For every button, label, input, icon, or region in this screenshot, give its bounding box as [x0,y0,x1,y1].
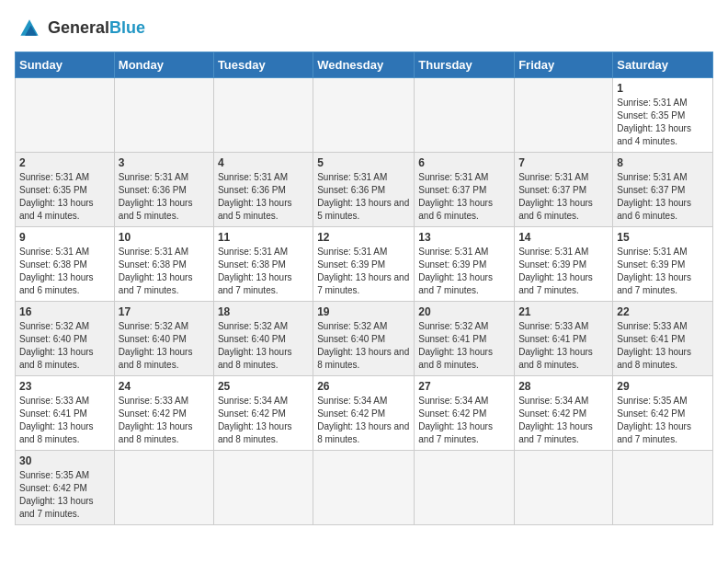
day-info: Sunrise: 5:31 AM Sunset: 6:36 PM Dayligh… [119,171,210,223]
day-number: 11 [218,231,309,244]
day-number: 2 [19,156,110,169]
day-cell: 26Sunrise: 5:34 AM Sunset: 6:42 PM Dayli… [313,376,415,451]
day-info: Sunrise: 5:31 AM Sunset: 6:38 PM Dayligh… [19,246,110,297]
day-cell: 2Sunrise: 5:31 AM Sunset: 6:35 PM Daylig… [16,153,115,227]
day-info: Sunrise: 5:31 AM Sunset: 6:36 PM Dayligh… [218,171,309,223]
calendar: SundayMondayTuesdayWednesdayThursdayFrid… [15,52,713,525]
day-cell: 28Sunrise: 5:34 AM Sunset: 6:42 PM Dayli… [515,376,613,451]
day-number: 27 [418,380,510,393]
day-cell [613,451,713,525]
weekday-header-sunday: Sunday [16,52,115,78]
day-cell [213,78,313,153]
day-cell: 7Sunrise: 5:31 AM Sunset: 6:37 PM Daylig… [515,153,613,227]
day-info: Sunrise: 5:32 AM Sunset: 6:40 PM Dayligh… [218,320,309,372]
day-info: Sunrise: 5:31 AM Sunset: 6:39 PM Dayligh… [518,246,609,297]
day-number: 13 [418,231,510,244]
day-info: Sunrise: 5:34 AM Sunset: 6:42 PM Dayligh… [418,395,510,446]
day-cell: 1Sunrise: 5:31 AM Sunset: 6:35 PM Daylig… [613,78,713,153]
day-cell [114,451,213,525]
day-number: 10 [119,231,210,244]
day-cell [515,78,613,153]
day-number: 16 [19,305,110,318]
day-info: Sunrise: 5:35 AM Sunset: 6:42 PM Dayligh… [617,395,709,446]
day-number: 28 [518,380,609,393]
day-number: 17 [119,305,210,318]
day-number: 1 [617,82,709,95]
weekday-header-tuesday: Tuesday [213,52,313,78]
day-number: 4 [218,156,309,169]
week-row-1: 1Sunrise: 5:31 AM Sunset: 6:35 PM Daylig… [16,78,713,153]
day-number: 14 [518,231,609,244]
logo: GeneralBlue [15,15,145,40]
day-cell: 30Sunrise: 5:35 AM Sunset: 6:42 PM Dayli… [16,451,115,525]
day-number: 21 [518,305,609,318]
logo-blue: Blue [109,18,145,37]
day-info: Sunrise: 5:31 AM Sunset: 6:35 PM Dayligh… [19,171,110,223]
week-row-6: 30Sunrise: 5:35 AM Sunset: 6:42 PM Dayli… [16,451,713,525]
logo-text: GeneralBlue [48,18,145,38]
day-number: 9 [19,231,110,244]
weekday-header-wednesday: Wednesday [313,52,415,78]
day-cell [313,451,415,525]
day-cell [213,451,313,525]
day-info: Sunrise: 5:32 AM Sunset: 6:40 PM Dayligh… [317,320,410,372]
day-cell [313,78,415,153]
day-number: 24 [119,380,210,393]
day-cell: 9Sunrise: 5:31 AM Sunset: 6:38 PM Daylig… [16,227,115,302]
day-cell: 18Sunrise: 5:32 AM Sunset: 6:40 PM Dayli… [213,302,313,376]
day-cell: 22Sunrise: 5:33 AM Sunset: 6:41 PM Dayli… [613,302,713,376]
weekday-header-monday: Monday [114,52,213,78]
weekday-header-thursday: Thursday [415,52,515,78]
day-info: Sunrise: 5:31 AM Sunset: 6:36 PM Dayligh… [317,171,410,223]
day-cell: 11Sunrise: 5:31 AM Sunset: 6:38 PM Dayli… [213,227,313,302]
day-info: Sunrise: 5:31 AM Sunset: 6:39 PM Dayligh… [617,246,709,297]
day-number: 30 [19,454,110,467]
day-number: 18 [218,305,309,318]
day-number: 7 [518,156,609,169]
day-cell: 13Sunrise: 5:31 AM Sunset: 6:39 PM Dayli… [415,227,515,302]
day-number: 6 [418,156,510,169]
day-info: Sunrise: 5:31 AM Sunset: 6:35 PM Dayligh… [617,97,709,148]
day-cell: 15Sunrise: 5:31 AM Sunset: 6:39 PM Dayli… [613,227,713,302]
day-number: 15 [617,231,709,244]
day-cell: 10Sunrise: 5:31 AM Sunset: 6:38 PM Dayli… [114,227,213,302]
day-cell [415,451,515,525]
day-number: 19 [317,305,410,318]
logo-icon [15,15,44,40]
day-info: Sunrise: 5:32 AM Sunset: 6:41 PM Dayligh… [418,320,510,372]
day-number: 3 [119,156,210,169]
weekday-header-friday: Friday [515,52,613,78]
day-info: Sunrise: 5:34 AM Sunset: 6:42 PM Dayligh… [317,395,410,446]
day-cell [415,78,515,153]
weekday-header-row: SundayMondayTuesdayWednesdayThursdayFrid… [16,52,713,78]
day-cell: 16Sunrise: 5:32 AM Sunset: 6:40 PM Dayli… [16,302,115,376]
logo-general: GeneralBlue [48,18,145,37]
day-number: 29 [617,380,709,393]
week-row-3: 9Sunrise: 5:31 AM Sunset: 6:38 PM Daylig… [16,227,713,302]
day-cell [515,451,613,525]
day-number: 8 [617,156,709,169]
day-info: Sunrise: 5:31 AM Sunset: 6:39 PM Dayligh… [418,246,510,297]
day-cell: 25Sunrise: 5:34 AM Sunset: 6:42 PM Dayli… [213,376,313,451]
week-row-2: 2Sunrise: 5:31 AM Sunset: 6:35 PM Daylig… [16,153,713,227]
day-cell: 19Sunrise: 5:32 AM Sunset: 6:40 PM Dayli… [313,302,415,376]
day-info: Sunrise: 5:32 AM Sunset: 6:40 PM Dayligh… [119,320,210,372]
day-cell: 12Sunrise: 5:31 AM Sunset: 6:39 PM Dayli… [313,227,415,302]
day-info: Sunrise: 5:31 AM Sunset: 6:39 PM Dayligh… [317,246,410,297]
day-info: Sunrise: 5:34 AM Sunset: 6:42 PM Dayligh… [518,395,609,446]
day-cell: 5Sunrise: 5:31 AM Sunset: 6:36 PM Daylig… [313,153,415,227]
day-info: Sunrise: 5:33 AM Sunset: 6:41 PM Dayligh… [19,395,110,446]
day-number: 20 [418,305,510,318]
day-number: 5 [317,156,410,169]
day-cell: 27Sunrise: 5:34 AM Sunset: 6:42 PM Dayli… [415,376,515,451]
day-info: Sunrise: 5:31 AM Sunset: 6:37 PM Dayligh… [617,171,709,223]
day-cell: 8Sunrise: 5:31 AM Sunset: 6:37 PM Daylig… [613,153,713,227]
day-cell [114,78,213,153]
day-info: Sunrise: 5:31 AM Sunset: 6:38 PM Dayligh… [119,246,210,297]
week-row-4: 16Sunrise: 5:32 AM Sunset: 6:40 PM Dayli… [16,302,713,376]
day-cell: 17Sunrise: 5:32 AM Sunset: 6:40 PM Dayli… [114,302,213,376]
day-info: Sunrise: 5:33 AM Sunset: 6:41 PM Dayligh… [617,320,709,372]
day-cell: 23Sunrise: 5:33 AM Sunset: 6:41 PM Dayli… [16,376,115,451]
day-cell: 6Sunrise: 5:31 AM Sunset: 6:37 PM Daylig… [415,153,515,227]
day-number: 26 [317,380,410,393]
